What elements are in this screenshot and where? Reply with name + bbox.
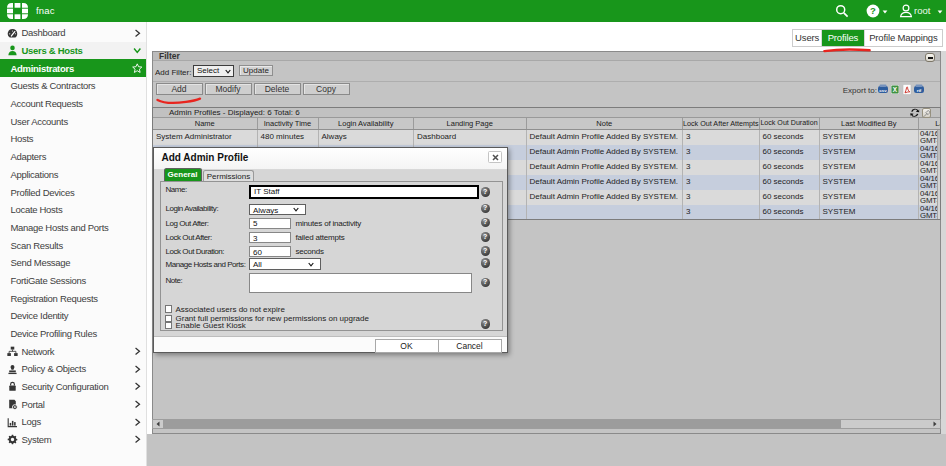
column-header[interactable]: Last Modified Date [919, 118, 941, 129]
collapse-filter-button[interactable] [925, 53, 935, 63]
sidebar-item[interactable]: Manage Hosts and Ports [0, 219, 146, 237]
sidebar-item[interactable]: Send Message [0, 254, 146, 272]
user-dropdown-caret-icon[interactable] [938, 10, 943, 13]
table-vertical-scrollbar[interactable] [937, 130, 941, 219]
login-availability-info-icon[interactable] [481, 204, 491, 214]
sidebar-item[interactable]: Adapters [0, 148, 146, 166]
sidebar-item[interactable]: Registration Requests [0, 289, 146, 307]
dialog-title-bar[interactable]: Add Admin Profile [154, 148, 507, 170]
column-header[interactable]: Lock Out After Attempts [683, 118, 760, 129]
sidebar-item[interactable]: Network [0, 342, 146, 360]
sidebar-item[interactable]: Logs [0, 413, 146, 431]
column-header[interactable]: Last Modified By [820, 118, 920, 129]
lock-out-after-info-icon[interactable] [481, 232, 491, 242]
table-scrollbar-thumb[interactable] [938, 130, 941, 160]
sidebar-item[interactable]: Applications [0, 166, 146, 184]
lock-out-duration-info-icon[interactable] [481, 246, 491, 256]
sidebar-item[interactable]: FortiGate Sessions [0, 272, 146, 290]
sidebar-item[interactable]: Dashboard [0, 24, 146, 42]
help-icon[interactable]: ? [866, 4, 880, 18]
manage-hosts-select[interactable]: All [249, 258, 321, 270]
tab-general[interactable]: General [164, 168, 202, 181]
filter-select[interactable]: Select [193, 65, 234, 77]
cell-note: Default Admin Profile Added By SYSTEM. [527, 145, 684, 160]
rtf-export-icon[interactable]: rtf [914, 84, 924, 95]
csv-export-icon[interactable]: csv [878, 84, 888, 95]
column-header[interactable]: Landing Page [414, 118, 527, 129]
sidebar-item-label: Security Configuration [22, 381, 109, 392]
copy-button[interactable]: Copy [303, 83, 350, 95]
pdf-export-icon[interactable] [902, 84, 912, 95]
checkbox-label: Enable Guest Kiosk [176, 321, 246, 330]
table-settings-icon[interactable] [922, 108, 932, 118]
user-icon[interactable] [898, 3, 914, 19]
sidebar-item[interactable]: Portal [0, 395, 146, 413]
log-out-after-input[interactable]: 5 [249, 218, 291, 229]
ok-button[interactable]: OK [375, 339, 439, 353]
sidebar-item[interactable]: Device Identity [0, 307, 146, 325]
note-info-icon[interactable] [481, 278, 491, 288]
sidebar-item[interactable]: System [0, 431, 146, 449]
delete-button[interactable]: Delete [254, 83, 301, 95]
manage-hosts-label: Manage Hosts and Ports: [166, 260, 246, 269]
user-name[interactable]: root [914, 0, 930, 22]
checkbox[interactable] [165, 322, 173, 330]
name-input[interactable]: IT Staff [249, 185, 479, 200]
view-tab[interactable]: Profiles [821, 30, 863, 46]
search-icon[interactable] [835, 4, 849, 18]
column-header[interactable]: Login Availability [319, 118, 415, 129]
checkbox[interactable] [165, 305, 173, 313]
sidebar-item-icon [7, 346, 18, 357]
sidebar-item[interactable]: Profiled Devices [0, 183, 146, 201]
column-header[interactable]: Inactivity Time [258, 118, 319, 129]
lock-out-after-input[interactable]: 3 [249, 232, 291, 243]
sidebar-item[interactable]: Policy & Objects [0, 360, 146, 378]
fortinet-grid-logo-icon[interactable] [7, 3, 28, 19]
dialog-close-button[interactable] [488, 151, 502, 163]
sidebar-item[interactable]: Administrators [0, 59, 146, 77]
table-row[interactable]: System Administrator 480 minutes Always … [153, 130, 940, 145]
refresh-icon[interactable] [910, 108, 920, 118]
app-title: fnac [36, 0, 55, 22]
note-textarea[interactable] [249, 273, 472, 293]
column-header[interactable]: Name [153, 118, 258, 129]
sidebar-item-label: Locate Hosts [11, 204, 63, 215]
sidebar-item[interactable]: Locate Hosts [0, 201, 146, 219]
view-tab[interactable]: Profile Mappings [864, 30, 942, 46]
tab-permissions[interactable]: Permissions [203, 170, 254, 181]
checkbox-label: Associated users do not expire [176, 305, 285, 314]
sidebar-item[interactable]: Hosts [0, 130, 146, 148]
sidebar-item[interactable]: Users & Hosts [0, 42, 146, 60]
cell-lock-out-duration: 60 seconds [760, 190, 820, 205]
lock-out-duration-input[interactable]: 60 [249, 246, 291, 257]
scroll-right-arrow-icon[interactable] [929, 420, 940, 428]
log-out-after-info-icon[interactable] [481, 218, 491, 228]
name-info-icon[interactable] [481, 187, 491, 197]
update-button[interactable]: Update [239, 65, 273, 76]
sidebar-item[interactable]: Security Configuration [0, 378, 146, 396]
help-dropdown-caret-icon[interactable] [883, 10, 888, 13]
horizontal-scrollbar[interactable] [152, 419, 941, 429]
sidebar-item[interactable]: Account Requests [0, 95, 146, 113]
sidebar-item[interactable]: Guests & Contractors [0, 77, 146, 95]
column-header[interactable]: Note [527, 118, 684, 129]
sidebar-item-icon [7, 364, 18, 375]
excel-export-icon[interactable]: X [890, 84, 900, 95]
modify-button[interactable]: Modify [205, 83, 252, 95]
cell-lock-out-after-attempts: 3 [683, 160, 760, 175]
add-button[interactable]: Add [156, 83, 203, 95]
cell-landing-page: Dashboard [414, 130, 527, 145]
sidebar-item[interactable]: Scan Results [0, 236, 146, 254]
sidebar-item-icon [7, 204, 18, 215]
view-tab[interactable]: Users [793, 30, 821, 46]
cell-last-modified-by: SYSTEM [820, 145, 920, 160]
login-availability-select[interactable]: Always [249, 204, 306, 215]
sidebar-item[interactable]: Device Profiling Rules [0, 325, 146, 343]
sidebar-item[interactable]: User Accounts [0, 112, 146, 130]
checkbox-info-icon[interactable] [481, 319, 491, 329]
cancel-button[interactable]: Cancel [438, 339, 502, 353]
horizontal-scrollbar-thumb[interactable] [163, 420, 841, 428]
column-header[interactable]: Lock Out Duration [760, 118, 820, 129]
manage-hosts-info-icon[interactable] [481, 258, 491, 268]
sidebar-item-right-icon [133, 46, 142, 55]
